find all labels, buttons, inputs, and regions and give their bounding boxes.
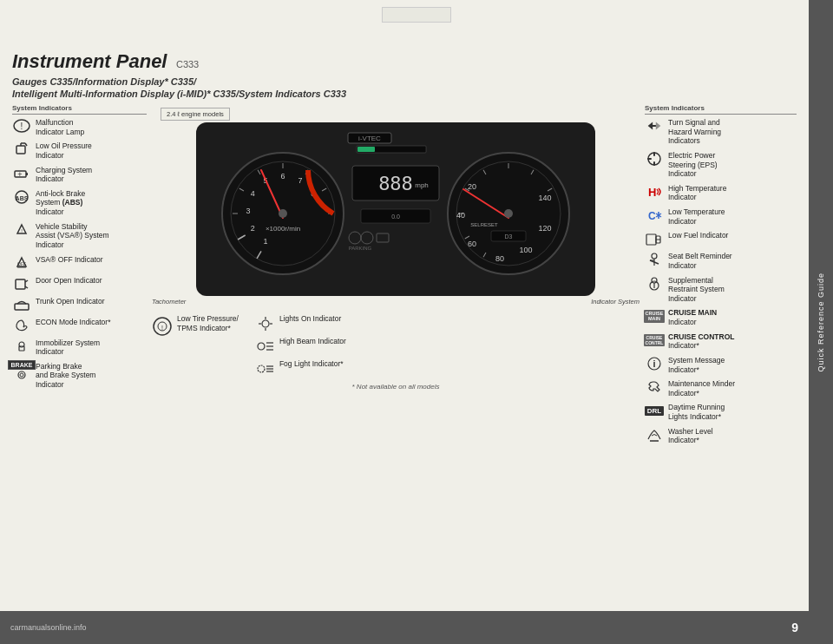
engine-label: 2.4 ℓ engine models bbox=[161, 108, 230, 121]
low-temp-label: Low TemperatureIndicator bbox=[668, 207, 725, 226]
list-item: H High TemperatureIndicator bbox=[645, 184, 797, 202]
svg-text:i-VTEC: i-VTEC bbox=[358, 135, 381, 142]
svg-text:2: 2 bbox=[251, 224, 255, 233]
svg-text:60: 60 bbox=[468, 240, 476, 248]
list-item: ! Vehicle StabilityAssist (VSA®) SystemI… bbox=[12, 222, 147, 250]
svg-text:7: 7 bbox=[298, 176, 302, 185]
svg-point-93 bbox=[258, 365, 265, 372]
malfunction-icon: ! bbox=[12, 118, 31, 134]
svg-point-73 bbox=[504, 209, 513, 218]
seatbelt-icon bbox=[645, 252, 664, 267]
svg-point-21 bbox=[20, 373, 23, 377]
svg-rect-105 bbox=[646, 234, 656, 245]
cruise-main-label: CRUISE MAINIndicator bbox=[668, 308, 717, 326]
tire-label: Low Tire Pressure/TPMS Indicator* bbox=[177, 314, 239, 333]
high-temp-label: High TemperatureIndicator bbox=[668, 184, 726, 202]
system-message-icon: i bbox=[645, 356, 664, 371]
list-item: Seat Belt ReminderIndicator bbox=[645, 252, 797, 270]
list-item: CRUISEMAIN CRUISE MAINIndicator bbox=[645, 308, 797, 326]
list-item: C Low TemperatureIndicator bbox=[645, 207, 797, 226]
svg-text:!: ! bbox=[21, 228, 23, 233]
lights-on-indicator: Lights On Indicator bbox=[256, 314, 346, 334]
high-beam-indicator: High Beam Indicator bbox=[256, 337, 346, 357]
page-title: Instrument Panel bbox=[12, 50, 167, 72]
svg-text:PARKING: PARKING bbox=[349, 246, 372, 251]
charging-label: Charging SystemIndicator bbox=[36, 166, 92, 184]
center-callouts: Tachometer Indicator System bbox=[152, 298, 640, 306]
page-title-area: Instrument Panel C333 bbox=[12, 50, 797, 73]
center-cluster: 2.4 ℓ engine models bbox=[152, 104, 640, 477]
svg-text:D3: D3 bbox=[505, 233, 513, 240]
list-item: DRL Daytime RunningLights Indicator* bbox=[645, 403, 797, 421]
list-item: ABS Anti-lock BrakeSystem (ABS)Indicator bbox=[12, 189, 147, 217]
svg-rect-80 bbox=[357, 147, 375, 152]
low-temp-icon: C bbox=[645, 207, 664, 223]
cruise-control-icon: CRUISECONTRL bbox=[645, 332, 664, 348]
list-item: Low Fuel Indicator bbox=[645, 231, 797, 246]
list-item: Electric PowerSteering (EPS)Indicator bbox=[645, 151, 797, 179]
svg-text:C: C bbox=[648, 210, 656, 222]
fog-light-indicator: Fog Light Indicator* bbox=[256, 359, 346, 379]
page-container: Quick Reference Guide carmanualsonline.i… bbox=[0, 0, 833, 644]
svg-text:SELRESET: SELRESET bbox=[470, 222, 498, 227]
oil-label: Low Oil PressureIndicator bbox=[36, 141, 92, 160]
svg-text:20: 20 bbox=[468, 182, 476, 191]
list-item: BRAKE Parking Brakeand Brake SystemIndic… bbox=[12, 362, 147, 390]
svg-line-5 bbox=[25, 143, 27, 146]
page-number: 9 bbox=[791, 621, 798, 634]
svg-text:888: 888 bbox=[378, 173, 413, 194]
trunk-icon bbox=[12, 297, 31, 312]
tire-pressure-indicator: ! Low Tire Pressure/TPMS Indicator* bbox=[152, 314, 239, 340]
cruise-main-icon: CRUISEMAIN bbox=[645, 308, 664, 324]
turn-signal-icon bbox=[645, 118, 664, 134]
left-indicators: System Indicators ! MalfunctionIndicator… bbox=[12, 104, 147, 477]
list-item: + Charging SystemIndicator bbox=[12, 166, 147, 184]
low-fuel-label: Low Fuel Indicator bbox=[668, 231, 728, 240]
list-item: SupplementalRestraint SystemIndicator bbox=[645, 276, 797, 304]
svg-text:100: 100 bbox=[519, 246, 532, 254]
immobilizer-label: Immobilizer SystemIndicator bbox=[36, 338, 100, 357]
list-item: Washer LevelIndicator* bbox=[645, 427, 797, 445]
list-item: OFF VSA® OFF Indicator bbox=[12, 255, 147, 271]
trunk-label: Trunk Open Indicator bbox=[36, 297, 105, 306]
dashboard-graphic: 1 2 3 4 5 6 7 8 bbox=[152, 122, 640, 296]
drl-icon: DRL bbox=[645, 403, 664, 418]
high-beam-label: High Beam Indicator bbox=[279, 337, 346, 346]
svg-text:×1000r/min: ×1000r/min bbox=[266, 225, 300, 233]
maintenance-label: Maintenance MinderIndicator* bbox=[668, 379, 735, 398]
svg-text:!: ! bbox=[161, 325, 163, 331]
tire-icon: ! bbox=[152, 316, 173, 340]
charging-icon: + bbox=[12, 166, 31, 181]
svg-text:3: 3 bbox=[246, 207, 250, 215]
left-col-header: System Indicators bbox=[12, 104, 147, 115]
svg-text:6: 6 bbox=[280, 172, 285, 181]
immobilizer-icon bbox=[12, 338, 31, 354]
list-item: CRUISECONTRL CRUISE CONTROLIndicator* bbox=[645, 332, 797, 351]
list-item: Immobilizer SystemIndicator bbox=[12, 338, 147, 357]
eps-icon bbox=[645, 151, 664, 167]
brake-label: Parking Brakeand Brake SystemIndicator bbox=[36, 362, 95, 390]
system-message-label: System MessageIndicator* bbox=[668, 356, 725, 374]
list-item: Turn Signal andHazard WarningIndicators bbox=[645, 118, 797, 146]
list-item: ECON Mode Indicator* bbox=[12, 318, 147, 333]
svg-text:40: 40 bbox=[456, 211, 465, 220]
malfunction-label: MalfunctionIndicator Lamp bbox=[36, 118, 84, 136]
list-item: i System MessageIndicator* bbox=[645, 356, 797, 374]
svg-point-84 bbox=[262, 320, 269, 327]
seatbelt-label: Seat Belt ReminderIndicator bbox=[668, 252, 732, 270]
washer-icon bbox=[645, 427, 664, 443]
turn-signal-label: Turn Signal andHazard WarningIndicators bbox=[668, 118, 721, 146]
drl-label: Daytime RunningLights Indicator* bbox=[668, 403, 725, 421]
page-ref: C333 bbox=[176, 59, 199, 69]
sidebar: Quick Reference Guide bbox=[809, 0, 833, 644]
abs-label: Anti-lock BrakeSystem (ABS)Indicator bbox=[36, 189, 85, 217]
high-beam-icon bbox=[256, 338, 275, 357]
svg-text:ABS: ABS bbox=[16, 194, 29, 200]
svg-text:140: 140 bbox=[538, 194, 551, 202]
bottom-indicators-row: ! Low Tire Pressure/TPMS Indicator* Ligh… bbox=[152, 314, 640, 379]
vsa-label: Vehicle StabilityAssist (VSA®) SystemInd… bbox=[36, 222, 109, 250]
footnote: * Not available on all models bbox=[352, 383, 440, 391]
fog-icon bbox=[256, 361, 275, 379]
list-item: ! MalfunctionIndicator Lamp bbox=[12, 118, 147, 136]
vsa-off-icon: OFF bbox=[12, 255, 31, 271]
